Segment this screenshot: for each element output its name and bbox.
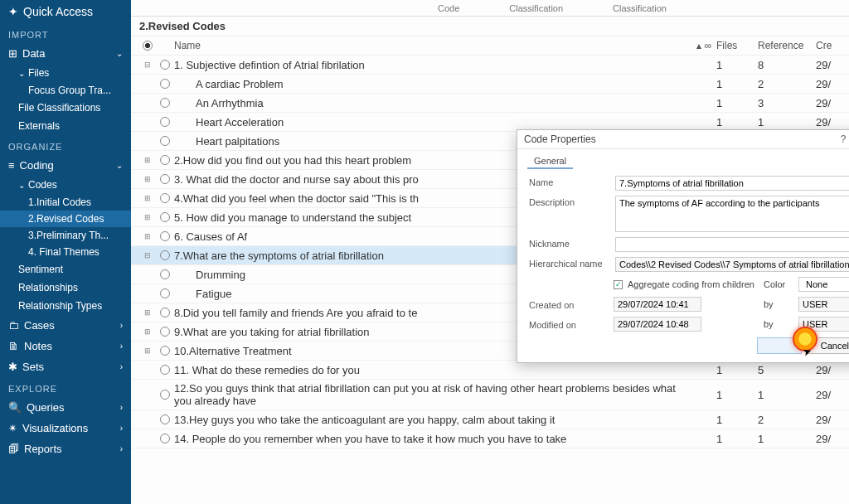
sidebar-code-revised[interactable]: 2.Revised Codes xyxy=(0,211,131,227)
sidebar-code-final-themes[interactable]: 4. Final Themes xyxy=(0,244,131,260)
chevron-down-icon: ⌄ xyxy=(18,181,25,190)
radio-icon[interactable] xyxy=(160,308,170,317)
sidebar-item-notes[interactable]: 🗎 Notes › xyxy=(0,336,131,356)
chevron-down-icon: ⌄ xyxy=(18,69,25,78)
dialog-tabs: General xyxy=(517,149,849,169)
star-icon: ✦ xyxy=(8,5,18,18)
tab-classification-1[interactable]: Classification xyxy=(509,3,563,13)
color-label: Color xyxy=(764,279,793,289)
radio-icon[interactable] xyxy=(160,60,170,70)
radio-icon[interactable] xyxy=(160,327,170,337)
radio-icon[interactable] xyxy=(160,434,170,443)
created-date: 29/ xyxy=(816,78,841,90)
sidebar-item-sets[interactable]: ✱ Sets › xyxy=(0,356,131,377)
files-count: 1 xyxy=(716,364,758,376)
name-label: Name xyxy=(529,176,609,187)
radio-icon[interactable] xyxy=(160,136,170,146)
tab-classification-2[interactable]: Classification xyxy=(613,3,667,13)
expander-icon[interactable]: ⊟ xyxy=(143,251,152,259)
expander-icon[interactable]: ⊞ xyxy=(143,327,152,336)
radio-icon[interactable] xyxy=(160,365,170,375)
tab-general[interactable]: General xyxy=(527,154,573,169)
expand-all-icon[interactable] xyxy=(139,41,156,51)
table-row[interactable]: 14. People do you remember when you have… xyxy=(131,429,849,448)
sidebar-code-initial[interactable]: 1.Initial Codes xyxy=(0,194,131,211)
reports-label: Reports xyxy=(24,443,62,455)
radio-icon[interactable] xyxy=(160,174,170,184)
chevron-right-icon: › xyxy=(120,321,123,330)
network-icon: ✴ xyxy=(8,422,17,434)
description-field[interactable]: The symptoms of AF according to the part… xyxy=(615,196,849,232)
ok-button[interactable] xyxy=(757,337,802,354)
briefcase-icon: 🗀 xyxy=(8,319,19,332)
expander-icon[interactable]: ⊞ xyxy=(143,175,152,183)
table-row[interactable]: An Arrhythmia1329/ xyxy=(131,94,849,113)
radio-icon[interactable] xyxy=(160,231,170,241)
table-row[interactable]: ⊟1. Subjective defintion of Atrial fibri… xyxy=(131,56,849,75)
data-label: Data xyxy=(22,47,45,60)
radio-icon[interactable] xyxy=(160,193,170,203)
expander-icon[interactable]: ⊟ xyxy=(143,61,152,69)
sidebar-code-preliminary[interactable]: 3.Preliminary Th... xyxy=(0,227,131,244)
expander-icon[interactable]: ⊞ xyxy=(143,156,152,164)
sidebar-item-data[interactable]: ⊞ Data ⌄ xyxy=(0,43,131,64)
dialog-title: Code Properties xyxy=(524,133,835,145)
code-name: 14. People do you remember when you have… xyxy=(174,433,691,445)
breadcrumb: 2.Revised Codes xyxy=(131,17,849,36)
radio-icon[interactable] xyxy=(160,390,170,400)
notes-label: Notes xyxy=(24,340,52,352)
sort-indicator[interactable]: ▴ ∞ xyxy=(691,40,716,51)
visualizations-label: Visualizations xyxy=(22,422,88,434)
col-files-header[interactable]: Files xyxy=(716,40,758,51)
cancel-button[interactable]: Cancel xyxy=(807,337,849,354)
expander-icon[interactable]: ⊞ xyxy=(143,308,152,317)
sidebar-item-sentiment[interactable]: Sentiment xyxy=(0,260,131,279)
col-created-header[interactable]: Cre xyxy=(816,40,841,51)
quick-access-header[interactable]: ✦ Quick Access xyxy=(0,0,131,23)
sidebar-sub-codes[interactable]: ⌄Codes xyxy=(0,176,131,194)
sidebar-item-cases[interactable]: 🗀 Cases › xyxy=(0,315,131,336)
table-row[interactable]: 12.So you guys think that atrial fibrill… xyxy=(131,380,849,410)
radio-icon[interactable] xyxy=(160,414,170,424)
table-row[interactable]: 13.Hey guys you who take the anticoagula… xyxy=(131,410,849,429)
sidebar-item-file-classifications[interactable]: File Classifications xyxy=(0,99,131,117)
color-select[interactable]: None xyxy=(798,277,849,292)
sidebar-item-externals[interactable]: Externals xyxy=(0,117,131,135)
radio-icon[interactable] xyxy=(160,250,170,260)
radio-icon[interactable] xyxy=(160,155,170,165)
sidebar-item-queries[interactable]: 🔍 Queries › xyxy=(0,397,131,418)
table-row[interactable]: 11. What do these remedies do for you152… xyxy=(131,361,849,380)
main-content: Code Classification Classification 2.Rev… xyxy=(131,0,849,504)
chevron-right-icon: › xyxy=(120,424,123,433)
radio-icon[interactable] xyxy=(160,117,170,127)
sidebar-item-reports[interactable]: 🗐 Reports › xyxy=(0,439,131,459)
sidebar-item-visualizations[interactable]: ✴ Visualizations › xyxy=(0,418,131,439)
name-field[interactable] xyxy=(615,176,849,191)
chevron-right-icon: › xyxy=(120,403,123,412)
radio-icon[interactable] xyxy=(160,346,170,356)
aggregate-checkbox[interactable]: ✓ xyxy=(614,280,623,289)
expander-icon[interactable]: ⊞ xyxy=(143,232,152,240)
sidebar-item-coding[interactable]: ≡ Coding ⌄ xyxy=(0,155,131,176)
nickname-field[interactable] xyxy=(615,237,849,252)
sidebar-sub-files[interactable]: ⌄Files xyxy=(0,64,131,82)
help-icon[interactable]: ? xyxy=(835,133,849,145)
radio-icon[interactable] xyxy=(160,79,170,89)
radio-icon[interactable] xyxy=(160,288,170,298)
sidebar-item-relationships[interactable]: Relationships xyxy=(0,279,131,297)
expander-icon[interactable]: ⊞ xyxy=(143,346,152,355)
tab-code[interactable]: Code xyxy=(438,3,459,13)
dialog-titlebar[interactable]: Code Properties ? ✕ xyxy=(517,130,849,149)
files-count: 1 xyxy=(716,433,758,445)
sidebar-item-focus-group[interactable]: Focus Group Tra... xyxy=(0,82,131,99)
expander-icon[interactable]: ⊞ xyxy=(143,213,152,221)
dialog-button-bar: Cancel xyxy=(757,337,849,354)
expander-icon[interactable]: ⊞ xyxy=(143,194,152,202)
col-name-header[interactable]: Name xyxy=(174,40,691,51)
col-reference-header[interactable]: Reference xyxy=(758,40,816,51)
sidebar-item-relationship-types[interactable]: Relationship Types xyxy=(0,297,131,315)
radio-icon[interactable] xyxy=(160,212,170,222)
radio-icon[interactable] xyxy=(160,269,170,279)
table-row[interactable]: A cardiac Problem1229/ xyxy=(131,75,849,94)
radio-icon[interactable] xyxy=(160,98,170,108)
